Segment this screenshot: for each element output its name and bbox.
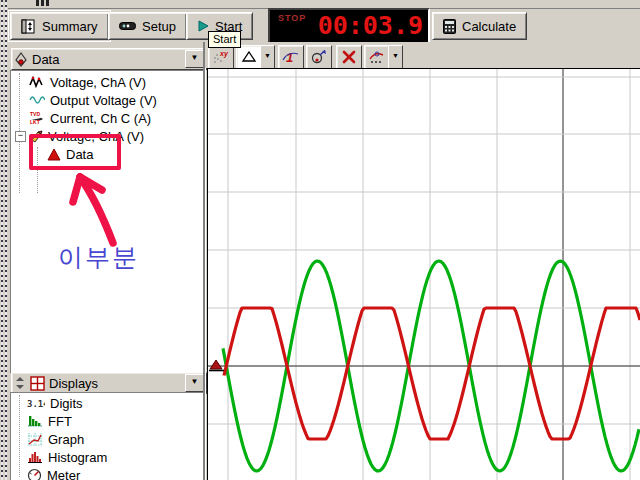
data-section-header[interactable]: Data ▼ xyxy=(11,48,207,70)
displays-section-dropdown[interactable]: ▼ xyxy=(185,374,204,392)
display-settings-icon xyxy=(368,49,386,65)
fit-button[interactable]: 1 xyxy=(278,45,304,69)
timer-display: STOP 00:03.9 xyxy=(268,8,430,44)
scatter-xy-icon: xy xyxy=(212,49,230,65)
data-section-dropdown[interactable]: ▼ xyxy=(185,50,204,68)
fit-curve-icon: 1 xyxy=(282,49,300,65)
display-settings-dropdown[interactable]: ▼ xyxy=(388,45,403,69)
output-sine-icon xyxy=(29,94,45,106)
graph-plot-area[interactable] xyxy=(207,68,640,480)
summary-button[interactable]: Summary xyxy=(10,12,109,40)
timer-status: STOP xyxy=(278,13,306,23)
display-item-meter[interactable]: Meter xyxy=(27,466,80,480)
grip-texture xyxy=(5,0,7,480)
svg-text:TVD: TVD xyxy=(30,111,40,117)
zoom-select-button[interactable] xyxy=(306,45,332,69)
scale-to-fit-button[interactable] xyxy=(236,45,262,69)
delete-button[interactable] xyxy=(336,45,362,69)
axis-trigger-marker-icon[interactable] xyxy=(208,358,225,373)
displays-grid-icon xyxy=(30,376,45,391)
graph-icon xyxy=(27,432,43,446)
data-item-voltage-cha[interactable]: Voltage, ChA (V) xyxy=(29,73,146,91)
current-icon: TVD LKT xyxy=(29,111,45,125)
annotation-text: 이부분 xyxy=(58,241,139,274)
annotation-arrow-icon xyxy=(56,169,136,249)
panel-divider[interactable] xyxy=(203,42,206,480)
display-settings-button[interactable] xyxy=(364,45,390,69)
data-item-label: Voltage, ChA (V) xyxy=(50,75,146,90)
data-item-label: Current, Ch C (A) xyxy=(50,111,151,126)
setup-button[interactable]: Setup xyxy=(108,12,187,40)
main-toolbar: Summary Setup Start STOP 00:03.9 xyxy=(8,9,640,43)
tree-collapse-toggle[interactable]: − xyxy=(15,131,26,142)
scatter-data-button[interactable]: xy xyxy=(208,45,234,69)
chevron-down-icon: ▼ xyxy=(191,377,199,386)
display-item-label: Meter xyxy=(47,468,80,480)
timer-value: 00:03.9 xyxy=(318,11,423,40)
waveform-chart xyxy=(208,69,640,480)
display-item-fft[interactable]: FFT xyxy=(27,412,72,430)
svg-text:1: 1 xyxy=(286,50,293,65)
data-item-current-chc[interactable]: TVD LKT Current, Ch C (A) xyxy=(29,109,151,127)
setup-button-label: Setup xyxy=(142,19,176,34)
start-tooltip: Start xyxy=(208,31,241,48)
display-item-digits[interactable]: 3.14 Digits xyxy=(27,394,83,412)
scale-to-fit-icon xyxy=(241,50,257,64)
voltage-waveform-icon xyxy=(29,75,45,89)
svg-text:xy: xy xyxy=(219,50,229,58)
titlebar-fragment xyxy=(36,0,52,6)
display-item-label: Histogram xyxy=(48,450,107,465)
setup-icon xyxy=(119,20,136,32)
grip-texture xyxy=(1,0,3,480)
summary-button-label: Summary xyxy=(42,19,98,34)
data-section-icon xyxy=(14,52,28,67)
displays-section-header[interactable]: Displays ▼ xyxy=(11,372,207,394)
sort-arrows-icon xyxy=(14,376,26,390)
display-item-label: Graph xyxy=(48,432,84,447)
meter-icon xyxy=(27,468,42,480)
data-section-title: Data xyxy=(32,52,181,67)
delete-x-icon xyxy=(341,50,357,64)
display-item-histogram[interactable]: Histogram xyxy=(27,448,107,466)
annotation-highlight-box xyxy=(29,134,121,170)
graph-toolbar: xy ▼ 1 xyxy=(205,42,640,68)
data-list: Voltage, ChA (V) Output Voltage (V) TVD … xyxy=(10,70,204,374)
fft-icon xyxy=(27,414,43,428)
tree-connector xyxy=(19,395,20,477)
summary-icon xyxy=(21,19,36,34)
summary-panel: Data ▼ Voltage, ChA (V) Output Voltage (… xyxy=(8,42,205,480)
displays-list: 3.14 Digits FFT Graph xyxy=(10,392,204,480)
svg-text:LKT: LKT xyxy=(30,119,40,125)
data-item-output-voltage[interactable]: Output Voltage (V) xyxy=(29,91,157,109)
chevron-down-icon: ▼ xyxy=(264,52,271,59)
zoom-select-icon xyxy=(310,49,328,65)
chevron-down-icon: ▼ xyxy=(191,53,199,62)
displays-section-title: Displays xyxy=(49,376,181,391)
display-item-graph[interactable]: Graph xyxy=(27,430,84,448)
digits-icon: 3.14 xyxy=(27,397,45,409)
svg-text:3.14: 3.14 xyxy=(27,399,45,409)
display-item-label: Digits xyxy=(50,396,83,411)
datastudio-window: Summary Setup Start STOP 00:03.9 xyxy=(0,0,640,480)
calculate-button-label: Calculate xyxy=(462,19,516,34)
chevron-down-icon: ▼ xyxy=(392,52,399,59)
calculator-icon xyxy=(443,19,456,34)
data-item-label: Output Voltage (V) xyxy=(50,93,157,108)
scale-to-fit-dropdown[interactable]: ▼ xyxy=(260,45,275,69)
display-item-label: FFT xyxy=(48,414,72,429)
calculate-button[interactable]: Calculate xyxy=(432,12,527,40)
histogram-icon xyxy=(27,450,43,464)
